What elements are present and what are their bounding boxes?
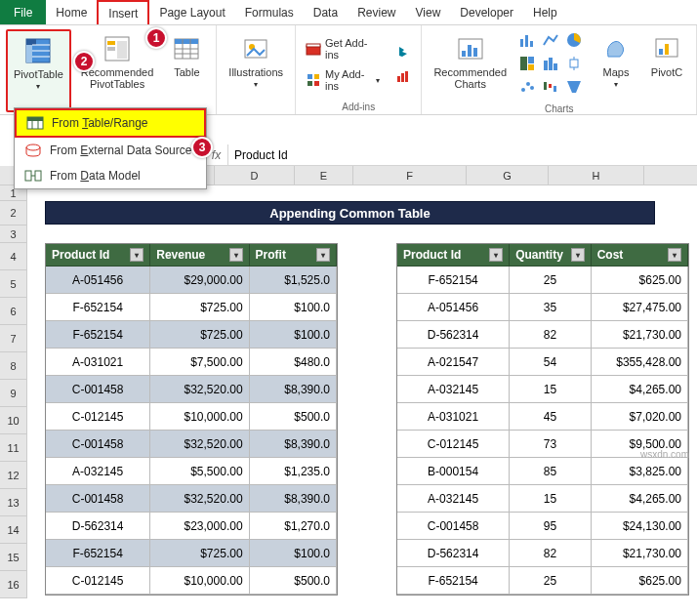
table-cell[interactable]: A-032145 (46, 458, 150, 485)
table-cell[interactable]: $10,000.00 (150, 567, 249, 595)
row-16[interactable]: 16 (0, 571, 27, 598)
table-cell[interactable]: $32,520.00 (150, 431, 249, 458)
box-chart-icon[interactable] (565, 55, 587, 76)
table-cell[interactable]: C-001458 (46, 485, 150, 513)
table-cell[interactable]: C-001458 (46, 431, 150, 458)
table-cell[interactable]: $1,525.0 (250, 267, 337, 294)
table-cell[interactable]: D-562314 (397, 540, 510, 567)
t1-hdr-profit[interactable]: Profit▾ (250, 244, 337, 267)
table-cell[interactable]: C-012145 (46, 403, 150, 431)
filter-arrow-icon[interactable]: ▾ (668, 248, 681, 262)
table-cell[interactable]: 45 (510, 403, 591, 431)
table-cell[interactable]: A-051456 (397, 294, 510, 321)
table-cell[interactable]: C-012145 (46, 567, 150, 595)
table-cell[interactable]: $3,825.00 (592, 458, 688, 485)
pie-chart-icon[interactable] (565, 31, 587, 53)
table-button[interactable]: Table (163, 29, 210, 112)
table-cell[interactable]: A-031021 (46, 349, 150, 376)
table-cell[interactable]: $29,000.00 (150, 267, 249, 294)
table-cell[interactable]: $21,730.00 (592, 321, 688, 349)
table-cell[interactable]: B-000154 (397, 458, 510, 485)
row-12[interactable]: 12 (0, 462, 27, 489)
row-13[interactable]: 13 (0, 489, 27, 516)
table-cell[interactable]: D-562314 (46, 513, 150, 540)
menu-tab-insert[interactable]: Insert (97, 0, 149, 24)
table-cell[interactable]: $725.00 (150, 321, 249, 349)
table-cell[interactable]: $10,000.00 (150, 403, 249, 431)
bing-maps-addin-button[interactable] (391, 43, 415, 62)
histogram-chart-icon[interactable] (542, 55, 563, 76)
table-cell[interactable]: 82 (510, 321, 591, 349)
table-cell[interactable]: 15 (510, 485, 591, 513)
col-f[interactable]: F (353, 166, 467, 185)
table-cell[interactable]: $8,390.0 (250, 376, 337, 403)
table-cell[interactable]: A-032145 (397, 485, 510, 513)
table-cell[interactable]: D-562314 (397, 321, 510, 349)
t1-hdr-revenue[interactable]: Revenue▾ (150, 244, 249, 267)
table-cell[interactable]: $480.0 (250, 349, 337, 376)
table-cell[interactable]: $100.0 (250, 294, 337, 321)
table-cell[interactable]: 73 (510, 431, 591, 458)
table-cell[interactable]: 25 (510, 567, 591, 595)
row-2[interactable]: 2 (0, 201, 27, 226)
table-cell[interactable]: F-652154 (46, 294, 150, 321)
table-cell[interactable]: $32,520.00 (150, 485, 249, 513)
table-cell[interactable]: $8,390.0 (250, 485, 337, 513)
t1-hdr-productid[interactable]: Product Id▾ (46, 244, 150, 267)
table-cell[interactable]: $23,000.00 (150, 513, 249, 540)
table-cell[interactable]: $7,500.00 (150, 349, 249, 376)
table-cell[interactable]: F-652154 (397, 567, 510, 595)
table-cell[interactable]: C-001458 (46, 376, 150, 403)
table-cell[interactable]: $8,390.0 (250, 431, 337, 458)
filter-arrow-icon[interactable]: ▾ (229, 248, 243, 262)
row-5[interactable]: 5 (0, 270, 27, 298)
recommended-charts-button[interactable]: Recommended Charts (428, 29, 512, 102)
table-cell[interactable]: C-012145 (397, 431, 510, 458)
table-cell[interactable]: $500.0 (250, 403, 337, 431)
table-cell[interactable]: $5,500.00 (150, 458, 249, 485)
table-cell[interactable]: A-051456 (46, 267, 150, 294)
filter-arrow-icon[interactable]: ▾ (130, 248, 144, 262)
row-4[interactable]: 4 (0, 243, 27, 270)
table-cell[interactable]: $1,235.0 (250, 458, 337, 485)
t2-hdr-quantity[interactable]: Quantity▾ (510, 244, 591, 267)
col-g[interactable]: G (467, 166, 549, 185)
table-cell[interactable]: 35 (510, 294, 591, 321)
row-9[interactable]: 9 (0, 380, 27, 407)
menu-tab-formulas[interactable]: Formulas (235, 0, 304, 24)
table-cell[interactable]: $4,265.00 (592, 376, 688, 403)
table-cell[interactable]: A-021547 (397, 349, 510, 376)
table-cell[interactable]: $24,130.00 (592, 513, 688, 540)
table-cell[interactable]: $625.00 (592, 267, 688, 294)
table-cell[interactable]: $27,475.00 (592, 294, 688, 321)
filter-arrow-icon[interactable]: ▾ (489, 248, 503, 262)
table-cell[interactable]: 15 (510, 376, 591, 403)
line-chart-icon[interactable] (542, 31, 563, 53)
table-cell[interactable]: F-652154 (46, 540, 150, 567)
menu-tab-home[interactable]: Home (46, 0, 97, 24)
column-chart-icon[interactable] (518, 31, 540, 53)
funnel-chart-icon[interactable] (565, 78, 587, 100)
table-cell[interactable]: F-652154 (397, 267, 510, 294)
filter-arrow-icon[interactable]: ▾ (316, 248, 330, 262)
table-cell[interactable]: 85 (510, 458, 591, 485)
table-cell[interactable]: $355,428.00 (592, 349, 688, 376)
col-h[interactable]: H (549, 166, 644, 185)
row-11[interactable]: 11 (0, 434, 27, 462)
table-cell[interactable]: $4,265.00 (592, 485, 688, 513)
table-cell[interactable]: $100.0 (250, 540, 337, 567)
table-cell[interactable]: $100.0 (250, 321, 337, 349)
t2-hdr-productid[interactable]: Product Id▾ (397, 244, 510, 267)
waterfall-chart-icon[interactable] (542, 78, 563, 100)
row-6[interactable]: 6 (0, 298, 27, 325)
people-graph-addin-button[interactable] (391, 66, 415, 86)
col-d[interactable]: D (215, 166, 295, 185)
maps-button[interactable]: Maps ▾ (593, 29, 639, 102)
menu-tab-developer[interactable]: Developer (450, 0, 523, 24)
scatter-chart-icon[interactable] (518, 78, 540, 100)
table-cell[interactable]: $7,020.00 (592, 403, 688, 431)
dropdown-from-external[interactable]: From External Data Source (15, 138, 206, 163)
row-14[interactable]: 14 (0, 516, 27, 544)
filter-arrow-icon[interactable]: ▾ (571, 248, 585, 262)
table-cell[interactable]: 54 (510, 349, 591, 376)
